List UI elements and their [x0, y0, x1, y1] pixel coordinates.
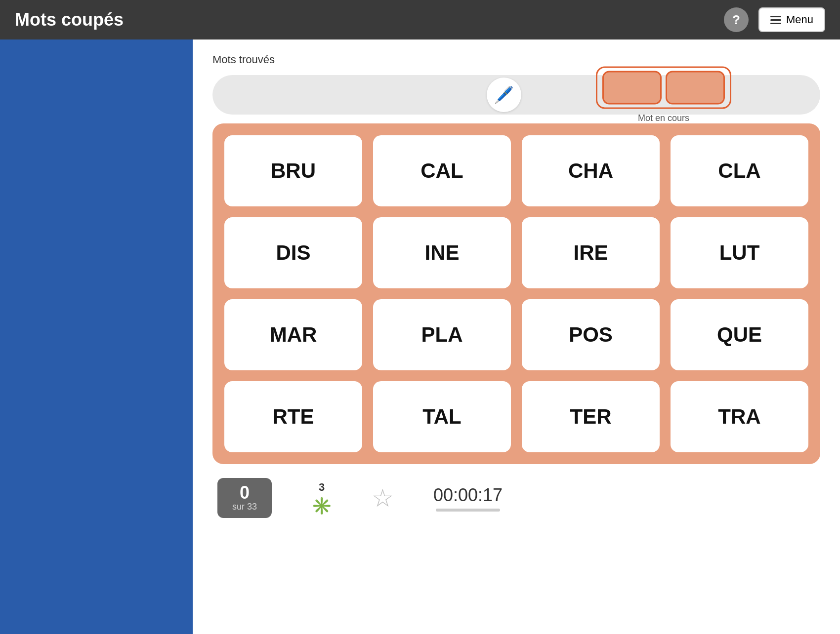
- main-layout: Mots trouvés 🖊️ Mot en cours BRUCALCHACL…: [0, 40, 840, 634]
- header-controls: ? Menu: [724, 7, 825, 32]
- help-button[interactable]: ?: [724, 7, 749, 32]
- syllable-card-lut[interactable]: LUT: [670, 216, 809, 289]
- syllable-card-pos[interactable]: POS: [521, 298, 661, 371]
- syllable-card-dis[interactable]: DIS: [223, 216, 363, 289]
- menu-icon: [770, 16, 781, 24]
- syllable-card-cha[interactable]: CHA: [521, 134, 661, 207]
- syllable-card-ine[interactable]: INE: [372, 216, 512, 289]
- mots-trouves-label: Mots trouvés: [212, 53, 275, 66]
- mot-box-1[interactable]: [602, 71, 662, 105]
- favorite-star-icon[interactable]: ☆: [372, 484, 394, 513]
- timer-bar: [436, 509, 500, 512]
- app-header: Mots coupés ? Menu: [0, 0, 840, 40]
- app-title: Mots coupés: [15, 9, 124, 30]
- progress-bar-area: 🖊️ Mot en cours: [212, 75, 820, 115]
- score-sub: sur 33: [228, 502, 261, 512]
- content-area: Mots trouvés 🖊️ Mot en cours BRUCALCHACL…: [193, 40, 840, 634]
- bottom-bar: 0 sur 33 3 ✳️ ☆ 00:00:17: [212, 478, 507, 518]
- syllable-grid-outer: BRUCALCHACLADISINEIRELUTMARPLAPOSQUERTET…: [212, 123, 820, 464]
- mot-en-cours-boxes-outer: [596, 67, 731, 109]
- syllable-card-rte[interactable]: RTE: [223, 380, 363, 453]
- mot-en-cours-label: Mot en cours: [638, 113, 689, 123]
- syllable-card-pla[interactable]: PLA: [372, 298, 512, 371]
- menu-button[interactable]: Menu: [758, 7, 825, 32]
- mot-box-2[interactable]: [666, 71, 725, 105]
- bonus-area: 3 ✳️: [311, 481, 332, 515]
- syllable-grid: BRUCALCHACLADISINEIRELUTMARPLAPOSQUERTET…: [223, 134, 809, 453]
- timer-area: 00:00:17: [433, 485, 503, 512]
- syllable-card-bru[interactable]: BRU: [223, 134, 363, 207]
- syllable-card-tal[interactable]: TAL: [372, 380, 512, 453]
- syllable-card-cal[interactable]: CAL: [372, 134, 512, 207]
- syllable-card-cla[interactable]: CLA: [670, 134, 809, 207]
- eraser-icon: 🖊️: [494, 85, 514, 104]
- syllable-card-que[interactable]: QUE: [670, 298, 809, 371]
- syllable-card-ter[interactable]: TER: [521, 380, 661, 453]
- syllable-card-ire[interactable]: IRE: [521, 216, 661, 289]
- syllable-card-tra[interactable]: TRA: [670, 380, 809, 453]
- score-box: 0 sur 33: [217, 478, 272, 518]
- bonus-sparkle-icon: ✳️: [311, 496, 332, 515]
- syllable-card-mar[interactable]: MAR: [223, 298, 363, 371]
- mot-en-cours-container: Mot en cours: [596, 67, 731, 123]
- eraser-wrapper: 🖊️: [487, 78, 521, 112]
- timer-text: 00:00:17: [433, 485, 503, 506]
- bonus-number: 3: [319, 481, 325, 494]
- score-number: 0: [228, 484, 261, 502]
- sidebar: [0, 40, 193, 634]
